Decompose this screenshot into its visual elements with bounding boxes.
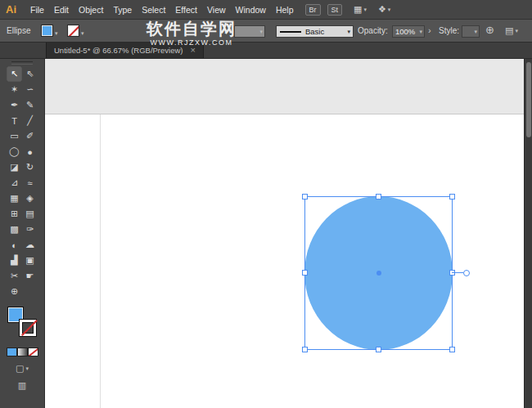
opacity-field[interactable]: 100% ▾ <box>392 25 425 38</box>
stroke-indicator-none[interactable] <box>20 320 36 336</box>
menu-bar: Ai FileEditObjectTypeSelectEffectViewWin… <box>0 0 532 20</box>
chevron-down-icon: ▾ <box>388 7 391 13</box>
vertical-scrollbar[interactable] <box>524 59 532 408</box>
document-tab[interactable]: Untitled-5* @ 66.67% (RGB/Preview) × <box>46 43 204 58</box>
eyedropper-tool[interactable]: ✑ <box>22 222 38 237</box>
chevron-down-icon: ▾ <box>474 29 477 35</box>
menu-item-effect[interactable]: Effect <box>170 0 202 20</box>
selection-handle-bottom-left[interactable] <box>302 347 308 352</box>
line-segment-tool[interactable]: ╱ <box>22 113 38 128</box>
document-setup-icon: ▤ <box>505 20 513 42</box>
mesh-tool[interactable]: ▤ <box>22 206 38 222</box>
object-center-point[interactable] <box>376 271 381 276</box>
chevron-down-icon: ▾ <box>81 30 84 37</box>
menu-item-edit[interactable]: Edit <box>49 0 74 20</box>
globe-icon[interactable]: ⊕ <box>485 24 494 36</box>
pen-tool[interactable]: ✒ <box>7 97 22 113</box>
ellipse-tool[interactable]: ◯ <box>7 144 22 159</box>
perspective-grid-tool[interactable]: ⊞ <box>7 206 22 222</box>
chevron-down-icon: ▾ <box>259 29 263 35</box>
brush-definition-value: Basic <box>305 27 324 36</box>
gradient-button[interactable] <box>17 347 28 356</box>
symbol-sprayer-tool[interactable]: ☁ <box>22 237 38 253</box>
menu-item-object[interactable]: Object <box>74 0 108 20</box>
rectangle-tool[interactable]: ▭ <box>7 128 22 144</box>
transform-widget-knob[interactable] <box>463 270 470 276</box>
stroke-color-swatch[interactable] <box>67 25 79 37</box>
artboard-edge <box>100 114 101 408</box>
artboard-tool[interactable]: ▣ <box>22 253 38 268</box>
style-label: Style: <box>439 20 459 42</box>
opacity-label: Opacity: <box>358 20 388 42</box>
draw-mode-button[interactable]: ▢ ▾ <box>13 363 31 374</box>
menu-item-view[interactable]: View <box>202 0 231 20</box>
lasso-tool[interactable]: ∽ <box>22 82 38 97</box>
selection-handle-bottom-middle[interactable] <box>376 347 381 352</box>
tab-bar: Untitled-5* @ 66.67% (RGB/Preview) × <box>0 43 532 59</box>
fill-stroke-indicator <box>7 307 37 338</box>
chevron-down-icon: ▾ <box>419 29 422 35</box>
opacity-panel-arrow[interactable]: › <box>428 20 431 42</box>
tool-context-label: Ellipse <box>7 20 30 42</box>
gradient-tool[interactable]: ▩ <box>7 222 22 237</box>
color-mode-buttons <box>0 347 44 356</box>
selection-tool[interactable]: ↖ <box>7 66 22 82</box>
paintbrush-tool[interactable]: ✐ <box>22 128 38 144</box>
workspace-switcher-button[interactable]: ❖ ▾ <box>378 4 390 15</box>
style-dropdown[interactable]: ▾ <box>462 25 480 38</box>
chevron-down-icon: ▾ <box>515 20 518 42</box>
chevron-down-icon: ▾ <box>25 365 29 372</box>
stroke-weight-field[interactable]: ▾ <box>234 25 265 38</box>
blend-tool[interactable]: ◐ <box>7 237 22 253</box>
stroke-color-control[interactable]: ▾ <box>67 25 84 37</box>
scale-tool[interactable]: ⊿ <box>7 175 22 191</box>
selection-handle-top-right[interactable] <box>449 194 455 200</box>
bridge-button[interactable]: Br <box>305 4 321 16</box>
slice-tool[interactable]: ✂ <box>7 268 22 284</box>
selection-handle-middle-left[interactable] <box>302 270 308 276</box>
tab-close-icon[interactable]: × <box>190 46 195 55</box>
selection-handle-top-left[interactable] <box>302 194 308 200</box>
app-logo: Ai <box>6 3 25 16</box>
stock-button[interactable]: St <box>327 4 343 16</box>
menu-item-window[interactable]: Window <box>231 0 271 20</box>
fill-color-swatch[interactable] <box>41 25 53 37</box>
pencil-tool[interactable]: ✎ <box>22 97 38 113</box>
column-graph-tool[interactable]: ▟ <box>7 253 22 268</box>
selection-handle-top-middle[interactable] <box>376 194 381 200</box>
zoom-tool[interactable]: ⊕ <box>7 284 22 299</box>
selection-handle-bottom-right[interactable] <box>449 347 455 352</box>
rotate-tool[interactable]: ↻ <box>22 159 38 175</box>
blob-brush-tool[interactable]: ● <box>22 144 38 159</box>
opacity-value: 100% <box>395 27 415 36</box>
menu-items: FileEditObjectTypeSelectEffectViewWindow… <box>25 0 299 20</box>
magic-wand-tool[interactable]: ✶ <box>7 82 22 97</box>
selection-bounding-box <box>304 196 453 350</box>
menu-item-type[interactable]: Type <box>108 0 137 20</box>
document-setup-button[interactable]: ▤ ▾ <box>505 20 518 42</box>
screen-mode-button[interactable]: ▥ <box>13 380 31 391</box>
chevron-down-icon: ▾ <box>347 29 350 35</box>
document-tab-title: Untitled-5* @ 66.67% (RGB/Preview) <box>54 46 183 55</box>
free-transform-tool[interactable]: ▦ <box>7 191 22 206</box>
type-tool[interactable]: T <box>7 113 22 128</box>
shape-builder-tool[interactable]: ◈ <box>22 191 38 206</box>
direct-selection-tool[interactable]: ⇖ <box>22 66 38 82</box>
screen-mode-icon: ▥ <box>18 380 26 391</box>
brush-definition-dropdown[interactable]: Basic ▾ <box>276 25 354 38</box>
menu-item-help[interactable]: Help <box>271 0 299 20</box>
eraser-tool[interactable]: ◪ <box>7 159 22 175</box>
hand-tool[interactable]: ☛ <box>22 268 38 284</box>
menu-item-file[interactable]: File <box>25 0 49 20</box>
menu-item-select[interactable]: Select <box>137 0 170 20</box>
canvas-area[interactable] <box>45 59 524 408</box>
panel-grip[interactable] <box>11 61 33 65</box>
none-button[interactable] <box>28 347 38 356</box>
width-tool[interactable]: ≈ <box>22 175 38 191</box>
color-button[interactable] <box>7 347 17 356</box>
fill-color-control[interactable]: ▾ <box>41 25 58 37</box>
arrange-documents-button[interactable]: ▦ ▾ <box>354 4 367 15</box>
stroke-preview-line <box>280 31 301 33</box>
workspace-switcher-icon: ❖ <box>378 4 386 15</box>
scrollbar-thumb[interactable] <box>526 62 531 137</box>
